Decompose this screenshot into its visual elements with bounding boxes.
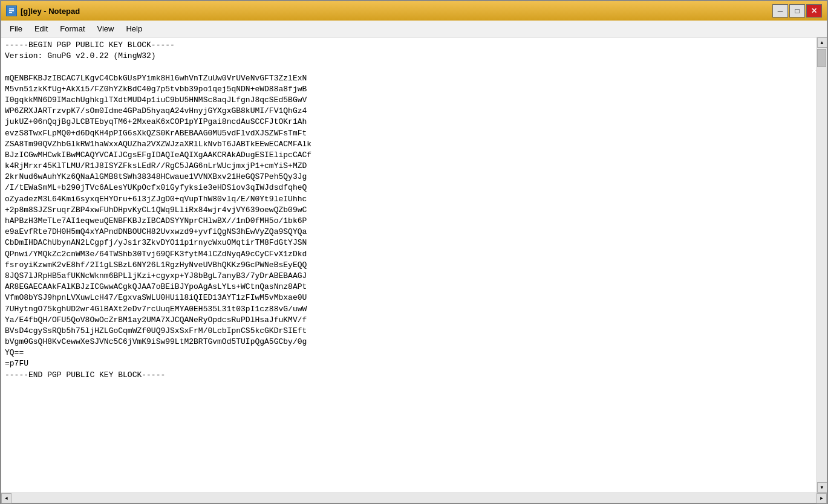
menu-edit[interactable]: Edit [28, 22, 54, 36]
maximize-button[interactable]: □ [789, 4, 805, 18]
menu-view[interactable]: View [91, 22, 120, 36]
title-bar: [g]ley - Notepad ─ □ ✕ [1, 1, 827, 21]
menu-file[interactable]: File [4, 22, 28, 36]
svg-rect-3 [9, 12, 12, 13]
vertical-scrollbar: ▲ ▼ [817, 37, 827, 493]
scroll-thumb-y[interactable] [817, 49, 826, 67]
scroll-left-button[interactable]: ◄ [1, 493, 11, 503]
scroll-down-button[interactable]: ▼ [817, 482, 827, 493]
scroll-track-y[interactable] [817, 48, 827, 482]
minimize-button[interactable]: ─ [772, 4, 788, 18]
window-title: [g]ley - Notepad [21, 7, 80, 16]
main-window: [g]ley - Notepad ─ □ ✕ File Edit Format … [0, 0, 828, 504]
title-bar-left: [g]ley - Notepad [6, 5, 80, 16]
scroll-up-button[interactable]: ▲ [817, 37, 827, 48]
menu-bar: File Edit Format View Help [1, 21, 827, 37]
svg-rect-2 [9, 10, 14, 11]
window-controls: ─ □ ✕ [772, 4, 822, 18]
scroll-track-x[interactable] [11, 493, 817, 503]
horizontal-scrollbar: ◄ ► [1, 493, 827, 503]
menu-format[interactable]: Format [54, 22, 91, 36]
close-button[interactable]: ✕ [806, 4, 822, 18]
menu-help[interactable]: Help [120, 22, 148, 36]
content-area: ▲ ▼ [1, 37, 827, 493]
svg-rect-1 [9, 8, 14, 10]
scroll-right-button[interactable]: ► [817, 493, 827, 503]
app-icon [6, 5, 17, 16]
text-editor[interactable] [1, 37, 817, 493]
